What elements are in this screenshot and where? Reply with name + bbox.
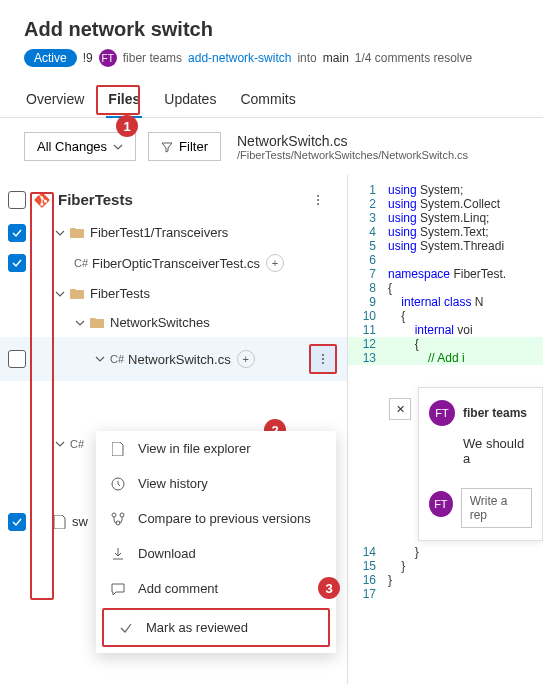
tree-folder-networkswitches[interactable]: NetworkSwitches — [0, 308, 347, 337]
cs-icon: C# — [74, 257, 88, 269]
tree-item-label: FiberOpticTransceiverTest.cs — [92, 256, 260, 271]
svg-point-0 — [317, 195, 319, 197]
menu-view-history[interactable]: View history — [96, 466, 336, 501]
tree-folder-transceivers[interactable]: FiberTest1/Transceivers — [0, 218, 347, 247]
code-line: 5using System.Threadi — [348, 239, 543, 253]
tab-updates[interactable]: Updates — [162, 83, 218, 117]
menu-download[interactable]: Download — [96, 536, 336, 571]
code-line: 10 { — [348, 309, 543, 323]
tab-commits[interactable]: Commits — [238, 83, 297, 117]
code-line: 7namespace FiberTest. — [348, 267, 543, 281]
tree-root[interactable]: FiberTests — [0, 181, 347, 218]
code-line: 16} — [348, 573, 543, 587]
comment-body: We should a — [463, 436, 532, 466]
tree-item-label: NetworkSwitches — [110, 315, 210, 330]
menu-label: Mark as reviewed — [146, 620, 248, 635]
menu-view-explorer[interactable]: View in file explorer — [96, 431, 336, 466]
code-line: 11 internal voi — [348, 323, 543, 337]
chevron-down-icon[interactable] — [54, 439, 66, 449]
chevron-down-icon[interactable] — [54, 289, 66, 299]
filter-icon — [161, 141, 173, 153]
more-menu-button[interactable] — [309, 344, 337, 374]
svg-point-3 — [322, 354, 324, 356]
code-line: 1using System; — [348, 183, 543, 197]
svg-point-1 — [317, 199, 319, 201]
code-line: 3using System.Linq; — [348, 211, 543, 225]
cs-icon: C# — [110, 353, 124, 365]
tree-item-label: NetworkSwitch.cs — [128, 352, 231, 367]
history-icon — [110, 477, 126, 491]
avatar: FT — [429, 400, 455, 426]
file-icon — [110, 442, 126, 456]
code-line: 4using System.Text; — [348, 225, 543, 239]
all-changes-dropdown[interactable]: All Changes — [24, 132, 136, 161]
code-line: 14 } — [348, 545, 543, 559]
menu-add-comment[interactable]: Add comment 3 — [96, 571, 336, 606]
reply-input[interactable]: Write a rep — [461, 488, 532, 528]
code-line: 9 internal class N — [348, 295, 543, 309]
more-icon[interactable] — [311, 193, 333, 207]
menu-label: Add comment — [138, 581, 218, 596]
git-icon — [34, 192, 50, 208]
avatar: FT — [429, 491, 453, 517]
team-name: fiber teams — [123, 51, 182, 65]
file-path: /FiberTests/NetworkSwitches/NetworkSwitc… — [237, 149, 468, 161]
context-menu: View in file explorer View history Compa… — [96, 431, 336, 653]
svg-point-4 — [322, 358, 324, 360]
tree-file-transceiver-test[interactable]: C# FiberOpticTransceiverTest.cs + — [0, 247, 347, 279]
folder-icon — [70, 227, 84, 239]
menu-label: Compare to previous versions — [138, 511, 311, 526]
change-badge: + — [237, 350, 255, 368]
menu-mark-reviewed[interactable]: Mark as reviewed — [102, 608, 330, 647]
into-label: into — [297, 51, 316, 65]
chevron-down-icon[interactable] — [74, 318, 86, 328]
menu-label: View history — [138, 476, 208, 491]
comment-author: fiber teams — [463, 406, 527, 420]
check-icon — [118, 621, 134, 635]
file-title: NetworkSwitch.cs — [237, 133, 468, 149]
checkbox[interactable] — [8, 350, 26, 368]
callout-3: 3 — [318, 577, 340, 599]
chevron-down-icon[interactable] — [94, 354, 106, 364]
target-branch[interactable]: main — [323, 51, 349, 65]
folder-icon — [90, 317, 104, 329]
source-branch[interactable]: add-network-switch — [188, 51, 291, 65]
menu-compare[interactable]: Compare to previous versions — [96, 501, 336, 536]
tree-item-label: FiberTests — [90, 286, 150, 301]
chevron-down-icon — [113, 142, 123, 152]
checkbox[interactable] — [8, 224, 26, 242]
comments-status: 1/4 comments resolve — [355, 51, 472, 65]
checkbox-root[interactable] — [8, 191, 26, 209]
chevron-down-icon[interactable] — [54, 228, 66, 238]
menu-label: View in file explorer — [138, 441, 250, 456]
tab-overview[interactable]: Overview — [24, 83, 86, 117]
filter-button[interactable]: Filter — [148, 132, 221, 161]
comment-thread: ✕ FT fiber teams We should a FT Write a … — [418, 387, 543, 541]
cs-icon: C# — [70, 438, 84, 450]
filter-label: Filter — [179, 139, 208, 154]
code-line: 12 { — [348, 337, 543, 351]
checkbox[interactable] — [8, 513, 26, 531]
callout-1: 1 — [116, 115, 138, 137]
svg-point-2 — [317, 203, 319, 205]
tree-folder-fibertests[interactable]: FiberTests — [0, 279, 347, 308]
code-line: 2using System.Collect — [348, 197, 543, 211]
close-icon[interactable]: ✕ — [389, 398, 411, 420]
status-badge: Active — [24, 49, 77, 67]
pr-id: !9 — [83, 51, 93, 65]
menu-label: Download — [138, 546, 196, 561]
tree-root-label: FiberTests — [58, 191, 133, 208]
checkbox[interactable] — [8, 254, 26, 272]
code-line: 13 // Add i — [348, 351, 543, 365]
code-line: 17 — [348, 587, 543, 601]
tree-item-label: FiberTest1/Transceivers — [90, 225, 228, 240]
code-viewer: 1using System;2using System.Collect3usin… — [348, 175, 543, 684]
folder-icon — [70, 288, 84, 300]
tree-file-networkswitch[interactable]: C# NetworkSwitch.cs + — [0, 337, 347, 381]
all-changes-label: All Changes — [37, 139, 107, 154]
change-badge: + — [266, 254, 284, 272]
svg-point-7 — [112, 513, 116, 517]
page-title: Add network switch — [24, 18, 519, 41]
compare-icon — [110, 512, 126, 526]
code-line: 8{ — [348, 281, 543, 295]
